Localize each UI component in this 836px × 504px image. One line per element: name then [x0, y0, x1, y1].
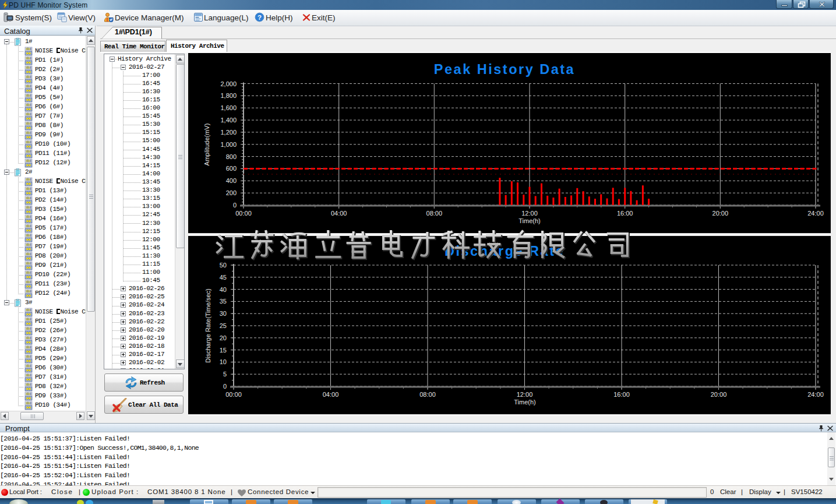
svg-text:24:00: 24:00 [807, 391, 824, 398]
svg-text:1,000: 1,000 [220, 141, 237, 148]
svg-text:1,800: 1,800 [220, 92, 237, 99]
svg-text:30: 30 [220, 310, 227, 317]
svg-text:Discharge Rate(Time/sec): Discharge Rate(Time/sec) [204, 288, 211, 362]
svg-text:20:00: 20:00 [712, 210, 729, 217]
svg-text:2,000: 2,000 [220, 80, 237, 87]
svg-text:15: 15 [220, 347, 227, 354]
svg-text:Time(h): Time(h) [514, 399, 535, 406]
svg-text:08:00: 08:00 [426, 210, 443, 217]
svg-text:?: ? [257, 14, 262, 21]
svg-text:25: 25 [220, 322, 227, 329]
svg-text:Time(h): Time(h) [518, 217, 540, 224]
svg-text:20: 20 [220, 334, 227, 341]
svg-text:0: 0 [223, 383, 227, 390]
svg-text:45: 45 [220, 274, 227, 281]
svg-text:08:00: 08:00 [419, 391, 436, 398]
svg-text:04:00: 04:00 [323, 391, 339, 398]
svg-text:24:00: 24:00 [807, 210, 824, 217]
svg-text:40: 40 [220, 286, 227, 293]
svg-text:Amplitude(mV): Amplitude(mV) [203, 124, 210, 166]
svg-text:200: 200 [226, 189, 237, 196]
svg-text:16:00: 16:00 [617, 210, 633, 217]
svg-text:1,400: 1,400 [220, 117, 237, 124]
svg-text:5: 5 [223, 371, 227, 378]
svg-text:00:00: 00:00 [225, 391, 242, 398]
svg-text:600: 600 [226, 165, 237, 172]
svg-text:20:00: 20:00 [711, 391, 727, 398]
svg-text:35: 35 [220, 298, 227, 305]
svg-text:50: 50 [220, 262, 227, 269]
svg-text:1,200: 1,200 [220, 129, 237, 136]
svg-text:800: 800 [226, 153, 237, 160]
svg-text:400: 400 [226, 177, 237, 184]
svg-text:16:00: 16:00 [613, 391, 630, 398]
svg-text:Peak History Data: Peak History Data [434, 62, 575, 77]
svg-text:1,600: 1,600 [220, 104, 237, 111]
svg-text:00:00: 00:00 [235, 210, 252, 217]
svg-text:04:00: 04:00 [331, 210, 347, 217]
svg-text:10: 10 [220, 358, 227, 365]
svg-text:0: 0 [233, 202, 237, 209]
svg-text:12:00: 12:00 [517, 391, 533, 398]
svg-text:12:00: 12:00 [521, 210, 538, 217]
